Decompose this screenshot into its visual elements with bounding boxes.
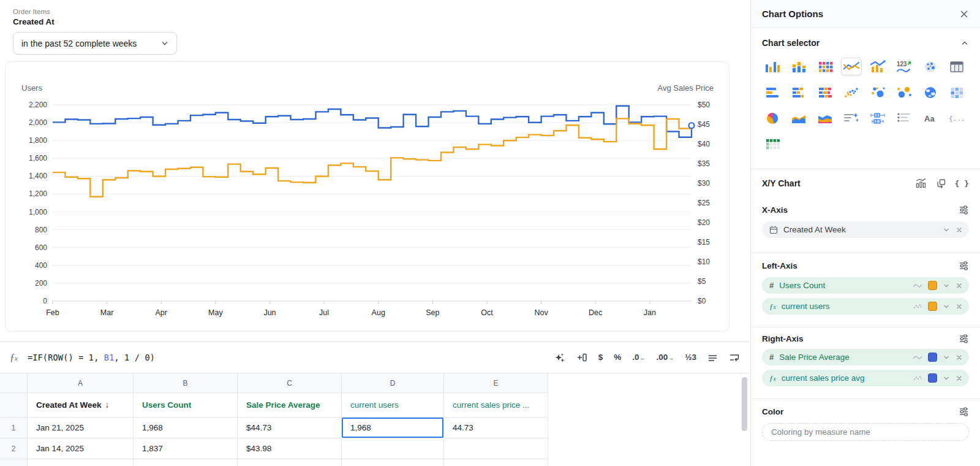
chart-type-stacked-bar-icon[interactable] xyxy=(788,58,809,75)
table-cell[interactable]: Jan 14, 2025 xyxy=(28,438,134,459)
chart-type-horizontal-stacked-bar-multi-icon[interactable] xyxy=(815,83,835,101)
table-cell[interactable]: $44.73 xyxy=(238,418,342,438)
align-text-icon[interactable] xyxy=(707,353,718,363)
chevron-down-icon[interactable] xyxy=(943,226,950,234)
color-swatch[interactable] xyxy=(928,353,937,362)
chart-type-bar-chart-icon[interactable] xyxy=(762,58,783,75)
color-swatch[interactable] xyxy=(928,302,937,311)
chevron-down-icon[interactable] xyxy=(943,303,950,310)
column-letter-E[interactable]: E xyxy=(444,373,548,393)
row-number[interactable]: 1 xyxy=(0,418,28,438)
column-letter-A[interactable]: A xyxy=(28,373,134,393)
svg-text:1,000: 1,000 xyxy=(29,208,47,216)
chart-type-bubble-sphere-icon[interactable] xyxy=(920,58,941,75)
color-settings-icon[interactable] xyxy=(959,407,969,417)
filter-panel: Order Items Created At in the past 52 co… xyxy=(13,8,177,55)
chart-type-grid-matrix-icon[interactable] xyxy=(815,58,835,75)
color-placeholder[interactable]: Coloring by measure name xyxy=(762,423,969,441)
header-gutter[interactable] xyxy=(0,393,28,418)
chart-type-bubble-icon[interactable] xyxy=(867,83,888,101)
column-letter-B[interactable]: B xyxy=(134,373,238,393)
chart-type-heatmap-icon[interactable] xyxy=(946,83,967,101)
chart-type-scatter-icon[interactable] xyxy=(841,83,862,101)
field-pill[interactable]: # Sale Price Average xyxy=(762,349,969,365)
insert-field-icon[interactable] xyxy=(576,352,587,363)
increase-decimal-icon[interactable]: .00→ xyxy=(656,353,674,362)
remove-field-icon[interactable] xyxy=(956,375,963,382)
chevron-down-icon[interactable] xyxy=(943,354,950,361)
field-pill[interactable]: # Users Count xyxy=(762,277,969,294)
chart-type-text-style-icon[interactable]: Aa xyxy=(920,109,941,127)
row-number[interactable]: 3 xyxy=(0,459,28,466)
table-cell[interactable] xyxy=(342,438,444,459)
table-cell[interactable] xyxy=(342,459,444,466)
chart-type-waffle-icon[interactable] xyxy=(762,135,783,153)
table-scrollbar[interactable] xyxy=(742,377,747,431)
chart-type-line-chart-icon[interactable] xyxy=(841,58,862,75)
color-swatch[interactable] xyxy=(928,281,937,290)
chart-type-legend-list-icon[interactable] xyxy=(894,109,914,127)
copy-icon[interactable] xyxy=(935,178,946,189)
color-swatch[interactable] xyxy=(928,373,937,383)
right-axis-settings-icon[interactable] xyxy=(959,334,969,344)
table-cell[interactable]: 1,901 xyxy=(134,459,238,466)
table-cell[interactable]: 44.73 xyxy=(444,418,548,438)
chart-type-stacked-area-icon[interactable] xyxy=(815,109,835,127)
chart-type-table-icon[interactable] xyxy=(946,58,967,75)
row-number[interactable]: 2 xyxy=(0,438,28,459)
x-axis-settings-icon[interactable] xyxy=(959,205,969,215)
remove-field-icon[interactable] xyxy=(956,354,963,361)
remove-field-icon[interactable] xyxy=(956,226,963,234)
percent-format-icon[interactable]: % xyxy=(614,353,621,362)
decrease-decimal-icon[interactable]: .0← xyxy=(632,353,645,362)
chevron-up-icon[interactable] xyxy=(960,39,969,47)
column-letter-C[interactable]: C xyxy=(238,373,342,393)
left-axis-settings-icon[interactable] xyxy=(959,261,969,271)
chart-type-json-braces-icon[interactable]: {...} xyxy=(946,109,967,127)
chart-type-horizontal-stacked-bar-icon[interactable] xyxy=(788,83,809,101)
column-header[interactable]: current users xyxy=(342,393,444,418)
column-header[interactable]: Created At Week↓ xyxy=(28,393,134,418)
table-cell[interactable] xyxy=(444,438,548,459)
wrap-text-icon[interactable] xyxy=(729,352,740,363)
chart-options-panel: Chart Options Chart selector 123Aa{...} … xyxy=(750,0,980,466)
table-cell[interactable]: 1,968 xyxy=(134,418,238,438)
currency-format-icon[interactable]: $ xyxy=(598,353,603,362)
selected-cell[interactable]: 1,968 xyxy=(342,418,444,438)
table-cell[interactable]: Jan 7, 2025 xyxy=(28,459,134,466)
braces-icon[interactable]: { } xyxy=(955,179,969,188)
close-icon[interactable] xyxy=(959,9,969,19)
chart-type-combo-chart-icon[interactable] xyxy=(867,58,888,75)
field-pill[interactable]: ƒx current users xyxy=(762,298,969,315)
chart-type-text-sparkle-icon[interactable] xyxy=(841,109,862,127)
chart-type-area-icon[interactable] xyxy=(788,109,809,127)
column-header[interactable]: Users Count xyxy=(134,393,238,418)
chart-type-bubble-alt-icon[interactable] xyxy=(894,83,914,101)
chevron-down-icon[interactable] xyxy=(943,282,950,289)
table-cell[interactable]: 1,837 xyxy=(134,438,238,459)
ai-sparkle-icon[interactable] xyxy=(554,352,565,363)
table-cell[interactable]: Jan 21, 2025 xyxy=(28,418,134,438)
table-cell[interactable] xyxy=(444,459,548,466)
chart-type-big-number-icon[interactable]: 123 xyxy=(894,58,914,75)
remove-field-icon[interactable] xyxy=(956,282,963,289)
number-format-icon[interactable]: ½3 xyxy=(685,353,696,362)
formula-input[interactable]: =IF(ROW() = 1, B1, 1 / 0) xyxy=(28,353,155,362)
column-header[interactable]: current sales price ... xyxy=(444,393,548,418)
column-header[interactable]: Sale Price Average xyxy=(238,393,342,418)
table-cell[interactable]: $46.40 xyxy=(238,459,342,466)
corner-cell[interactable] xyxy=(0,373,28,393)
chevron-down-icon[interactable] xyxy=(943,375,950,382)
field-pill[interactable]: Created At Week xyxy=(762,221,969,238)
hash-icon: # xyxy=(769,353,774,362)
table-cell[interactable]: $43.98 xyxy=(238,438,342,459)
field-pill[interactable]: ƒx current sales price avg xyxy=(762,370,969,386)
chart-type-boxplot-icon[interactable] xyxy=(867,109,888,127)
chart-type-horizontal-bar-icon[interactable] xyxy=(762,83,783,101)
chart-type-map-globe-icon[interactable] xyxy=(920,83,941,101)
column-letter-D[interactable]: D xyxy=(342,373,444,393)
remove-field-icon[interactable] xyxy=(956,303,963,310)
date-filter-select[interactable]: in the past 52 complete weeks xyxy=(13,32,177,55)
mini-chart-icon[interactable] xyxy=(915,178,927,189)
chart-type-pie-icon[interactable] xyxy=(762,109,783,127)
